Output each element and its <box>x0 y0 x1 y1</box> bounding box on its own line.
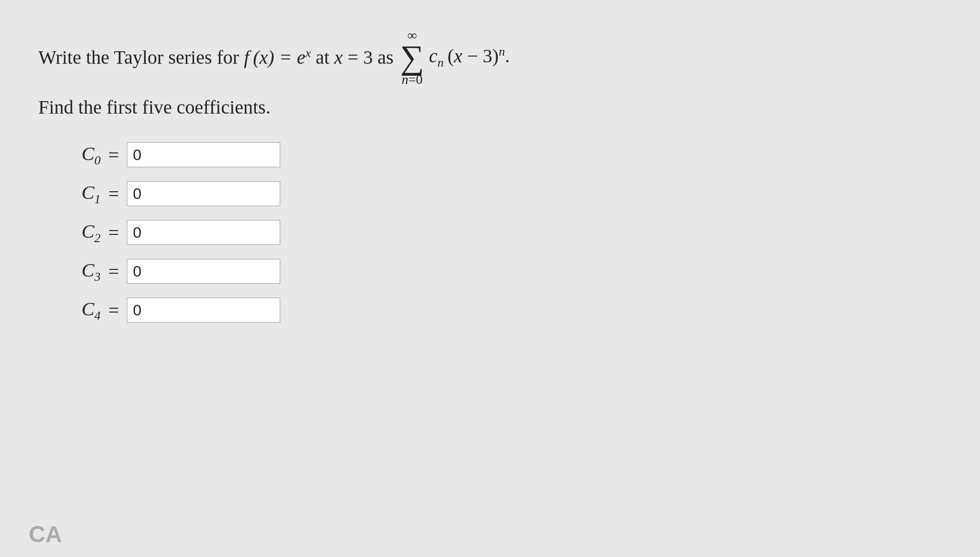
equals-3: = <box>108 260 119 283</box>
equals-0: = <box>108 144 119 166</box>
equals-2: = <box>108 221 119 244</box>
coeff-label-4: C4 <box>53 298 101 323</box>
function-expr: f (x) = ex <box>244 46 311 69</box>
find-coefficients-text: Find the first five coefficients. <box>38 96 942 118</box>
sigma-notation: ∞ ∑ n=0 <box>400 29 424 86</box>
main-container: Write the Taylor series for f (x) = ex a… <box>0 0 980 352</box>
coeff-input-3[interactable] <box>127 259 280 284</box>
coefficient-row-0: C0 = <box>53 142 942 168</box>
series-term: cn (x − 3)n. <box>429 45 510 70</box>
coefficient-row-1: C1 = <box>53 181 942 207</box>
coeff-input-2[interactable] <box>127 220 280 245</box>
coefficients-section: C0 = C1 = C2 = C3 = <box>53 142 942 323</box>
coeff-input-4[interactable] <box>127 298 280 323</box>
problem-line1: Write the Taylor series for f (x) = ex a… <box>38 29 942 86</box>
equals-1: = <box>108 183 119 205</box>
watermark: CA <box>29 521 62 547</box>
coeff-label-2: C2 <box>53 220 101 245</box>
at-text: at x = 3 as <box>311 46 399 69</box>
equals-4: = <box>108 299 119 322</box>
coeff-input-1[interactable] <box>127 181 280 206</box>
coeff-label-0: C0 <box>53 142 101 168</box>
sigma-symbol: ∑ <box>400 43 424 72</box>
coeff-label-3: C3 <box>53 259 101 284</box>
coeff-label-1: C1 <box>53 181 101 207</box>
coeff-input-0[interactable] <box>127 142 280 167</box>
coefficient-row-3: C3 = <box>53 259 942 284</box>
problem-intro-text: Write the Taylor series for <box>38 46 244 69</box>
coefficient-row-4: C4 = <box>53 298 942 323</box>
coefficient-row-2: C2 = <box>53 220 942 245</box>
sigma-lower-limit: n=0 <box>402 73 423 86</box>
